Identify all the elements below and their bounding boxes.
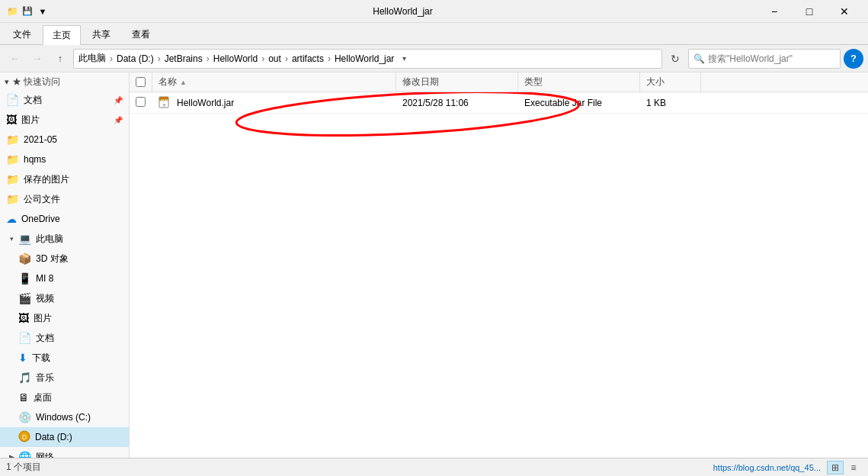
svg-text:☕: ☕ [162,103,166,107]
sidebar-item-documents[interactable]: 📄 文档 📌 [0,90,129,110]
sidebar-item-3d-objects[interactable]: 📦 3D 对象 [0,249,129,269]
sidebar-item-network[interactable]: ▶ 🌐 网络 [0,447,129,458]
file-name-cell: JAR ☕ HelloWorld.jar [152,95,396,111]
list-view-button[interactable]: ≡ [845,461,862,474]
breadcrumb-jetbrains[interactable]: JetBrains [165,53,203,64]
folder-icon: 📁 [6,173,19,185]
image-icon: 🖼 [18,312,29,324]
window-controls: − □ ✕ [757,0,862,23]
select-all-checkbox[interactable] [136,77,146,87]
folder-icon: 📁 [6,5,18,18]
sidebar-item-label: 此电脑 [36,233,63,246]
col-header-type[interactable]: 类型 [518,72,640,92]
3d-icon: 📦 [18,252,31,265]
sidebar-item-videos[interactable]: 🎬 视频 [0,288,129,308]
sidebar-item-pictures[interactable]: 🖼 图片 📌 [0,110,129,130]
tab-share[interactable]: 共享 [82,24,120,44]
csdn-link[interactable]: https://blog.csdn.net/qq_45... [713,463,821,472]
ribbon: 文件 主页 共享 查看 [0,23,868,45]
col-checkbox[interactable] [130,72,152,92]
sidebar-item-label: 下载 [32,352,50,365]
video-icon: 🎬 [18,292,31,304]
sidebar-item-label: 保存的图片 [24,173,69,186]
sidebar-item-label: 图片 [34,312,52,325]
doc-icon: 📄 [18,332,31,344]
tab-home[interactable]: 主页 [43,25,81,45]
tab-file[interactable]: 文件 [3,24,41,44]
quick-access-toggle[interactable]: ▾ [5,77,9,87]
sidebar-item-saved-pictures[interactable]: 📁 保存的图片 [0,169,129,189]
minimize-button[interactable]: − [757,0,792,23]
sidebar-item-downloads[interactable]: ⬇ 下载 [0,348,129,368]
nav-bar: ← → ↑ 此电脑 › Data (D:) › JetBrains › Hell… [0,45,868,72]
refresh-button[interactable]: ↻ [665,49,685,69]
save-icon: 💾 [21,5,34,18]
breadcrumb-pc[interactable]: 此电脑 [78,52,106,65]
status-bar: 1 个项目 https://blog.csdn.net/qq_45... ⊞ ≡ [0,458,868,476]
sidebar-item-label: Windows (C:) [36,412,91,423]
title-bar-icons: 📁 💾 ▼ [6,5,49,18]
file-area: 名称 ▲ 修改日期 类型 大小 [130,72,868,458]
disk-d-icon: D [18,430,30,445]
help-button[interactable]: ? [844,49,863,69]
breadcrumb-drive[interactable]: Data (D:) [117,53,154,64]
sidebar-item-label: OneDrive [21,214,60,224]
search-input[interactable] [708,53,835,64]
breadcrumb-helloworld[interactable]: HelloWorld [213,53,258,64]
breadcrumb-jar[interactable]: HelloWorld_jar [335,53,394,64]
quick-access-label: ★ 快速访问 [12,76,60,88]
item-count: 1 个项目 [6,461,41,474]
jar-file-icon: JAR ☕ [159,95,172,111]
sidebar-item-documents2[interactable]: 📄 文档 [0,328,129,348]
file-row-helloworld-jar[interactable]: JAR ☕ HelloWorld.jar 2021/5/28 11:06 Exe… [130,92,868,114]
ribbon-tabs: 文件 主页 共享 查看 [0,23,868,44]
breadcrumb-artifacts[interactable]: artifacts [292,53,324,64]
folder-icon: 📁 [6,153,19,166]
close-button[interactable]: ✕ [827,0,862,23]
sidebar-item-images[interactable]: 🖼 图片 [0,308,129,328]
sidebar-item-label: 3D 对象 [36,252,69,265]
tab-view[interactable]: 查看 [122,24,160,44]
breadcrumb-out[interactable]: out [268,53,281,64]
col-header-size[interactable]: 大小 [640,72,701,92]
sidebar-item-label: 图片 [21,114,40,127]
sidebar-item-mi8[interactable]: 📱 MI 8 [0,269,129,288]
title-bar: 📁 💾 ▼ HelloWorld_jar − □ ✕ [0,0,868,23]
sidebar-item-music[interactable]: 🎵 音乐 [0,368,129,388]
pc-icon: 💻 [18,233,31,245]
sidebar-item-data-d[interactable]: D Data (D:) [0,427,129,447]
sidebar-item-hqms[interactable]: 📁 hqms [0,150,129,169]
pictures-icon: 🖼 [6,114,17,126]
main-layout: ▾ ★ 快速访问 📄 文档 📌 🖼 图片 📌 📁 2021-05 📁 hqms … [0,72,868,458]
file-type-cell: Executable Jar File [518,98,640,108]
address-chevron-icon[interactable]: ▾ [399,53,409,64]
grid-view-button[interactable]: ⊞ [827,461,844,474]
folder-icon: 📄 [6,94,19,106]
address-bar[interactable]: 此电脑 › Data (D:) › JetBrains › HelloWorld… [73,49,662,69]
file-checkbox[interactable] [136,97,146,107]
forward-button[interactable]: → [27,49,47,69]
sidebar-item-desktop[interactable]: 🖥 桌面 [0,388,129,407]
sidebar-item-windows-c[interactable]: 💿 Windows (C:) [0,407,129,427]
phone-icon: 📱 [18,272,31,285]
sidebar-item-this-pc[interactable]: ▾ 💻 此电脑 [0,229,129,249]
sidebar-item-onedrive[interactable]: ☁ OneDrive [0,209,129,229]
file-date-cell: 2021/5/28 11:06 [396,98,518,108]
file-checkbox-cell [130,97,152,109]
search-box: 🔍 [688,49,841,69]
col-header-date[interactable]: 修改日期 [396,72,518,92]
maximize-button[interactable]: □ [792,0,827,23]
sidebar-item-label: 网络 [36,451,54,458]
network-icon: 🌐 [18,451,31,458]
sidebar-item-label: hqms [24,154,46,165]
sidebar-item-company-files[interactable]: 📁 公司文件 [0,189,129,209]
up-button[interactable]: ↑ [50,49,70,69]
sidebar-item-label: 桌面 [34,391,52,404]
sidebar-item-label: 公司文件 [24,193,60,206]
sidebar-item-2021-05[interactable]: 📁 2021-05 [0,130,129,150]
file-name: HelloWorld.jar [177,98,234,108]
back-button[interactable]: ← [5,49,24,69]
col-header-name[interactable]: 名称 ▲ [152,72,396,92]
sidebar-item-label: 2021-05 [24,134,57,145]
sidebar-item-label: Data (D:) [35,432,72,442]
